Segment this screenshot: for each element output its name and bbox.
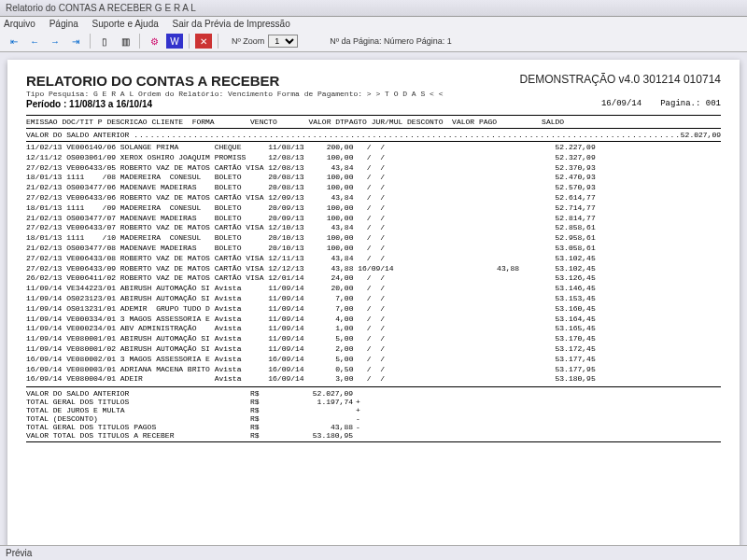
zoom-select[interactable]: 1 bbox=[268, 35, 298, 48]
separator bbox=[218, 34, 218, 49]
total-row: TOTAL GERAL DOS TITULOS PAGOSR$43,88- bbox=[26, 423, 721, 431]
menu-suporte[interactable]: Suporte e Ajuda bbox=[92, 19, 159, 29]
multi-page-icon[interactable]: ▥ bbox=[117, 34, 134, 49]
totals-block: VALOR DO SALDO ANTERIORR$52.027,09TOTAL … bbox=[26, 389, 721, 440]
menu-pagina[interactable]: Página bbox=[49, 19, 78, 29]
table-row: 16/09/14 VE080004/01 ADEIR Avista 16/09/… bbox=[26, 374, 721, 385]
table-row: 27/02/13 VE006433/07 ROBERTO VAZ DE MATO… bbox=[26, 223, 721, 233]
table-row: 11/09/14 VE000234/01 ABV ADMINISTRAÇÃO A… bbox=[26, 324, 721, 334]
divider bbox=[26, 441, 721, 442]
table-row: 21/02/13 OS003477/07 MADENAVE MADEIRAS B… bbox=[26, 214, 721, 224]
saldo-anterior-value: 52.027,09 bbox=[681, 131, 721, 139]
menu-sair[interactable]: Sair da Prévia de Impressão bbox=[173, 19, 290, 29]
print-setup-icon[interactable]: ⚙ bbox=[146, 34, 162, 49]
table-row: 11/09/14 OS023123/01 ABIRUSH AUTOMAÇÃO S… bbox=[26, 294, 721, 304]
table-row: 27/02/13 VE006433/08 ROBERTO VAZ DE MATO… bbox=[26, 254, 721, 264]
divider bbox=[26, 386, 721, 387]
table-row: 21/02/13 OS003477/08 MADENAVE MADEIRAS B… bbox=[26, 244, 721, 254]
saldo-anterior-label: VALOR DO SALDO ANTERIOR bbox=[26, 131, 129, 139]
menubar: Arquivo Página Suporte e Ajuda Sair da P… bbox=[0, 17, 747, 31]
last-page-icon[interactable]: ⇥ bbox=[67, 34, 84, 49]
data-rows: 11/02/13 VE006149/06 SOLANGE PRIMA CHEQU… bbox=[26, 143, 721, 385]
report-pagina: Pagina.: 001 bbox=[660, 99, 721, 108]
table-row: 11/02/13 VE006149/06 SOLANGE PRIMA CHEQU… bbox=[26, 143, 721, 153]
table-row: 11/09/14 VE000334/01 3 MAGOS ASSESSORIA … bbox=[26, 315, 721, 325]
separator bbox=[90, 34, 91, 49]
table-row: 18/01/13 1111 /08 MADEREIRA CONESUL BOLE… bbox=[26, 173, 721, 183]
total-row: TOTAL DE JUROS E MULTAR$+ bbox=[26, 406, 721, 414]
report-page: DEMONSTRAÇÃO v4.0 301214 010714 RELATORI… bbox=[7, 60, 740, 554]
total-row: VALOR DO SALDO ANTERIORR$52.027,09 bbox=[26, 389, 721, 398]
single-page-icon[interactable]: ▯ bbox=[96, 34, 113, 49]
report-subtitle: Tipo Pesquisa: G E R A L Ordem do Relató… bbox=[26, 90, 721, 98]
dots-fill: ........................................… bbox=[134, 131, 681, 139]
table-row: 27/02/13 VE006433/09 ROBERTO VAZ DE MATO… bbox=[26, 264, 721, 274]
total-row: TOTAL (DESCONTO)R$- bbox=[26, 414, 721, 423]
close-preview-icon[interactable]: ✕ bbox=[195, 34, 212, 49]
print-icon[interactable]: W bbox=[166, 34, 183, 49]
page-number-label: Nº da Página: Número Página: 1 bbox=[330, 36, 451, 46]
table-row: 27/02/13 VE006433/06 ROBERTO VAZ DE MATO… bbox=[26, 193, 721, 203]
table-row: 21/02/13 OS003477/06 MADENAVE MADEIRAS B… bbox=[26, 183, 721, 193]
zoom-label: Nº Zoom bbox=[232, 36, 264, 46]
table-row: 16/09/14 VE080003/01 ADRIANA MACENA BRIT… bbox=[26, 365, 721, 375]
table-row: 18/01/13 1111 /09 MADEREIRA CONESUL BOLE… bbox=[26, 203, 721, 214]
table-row: 12/11/12 OS003061/09 XEROX OSHIRO JOAQUI… bbox=[26, 153, 721, 163]
table-row: 11/09/14 OS013231/01 ADEMIR GRUPO TUDO D… bbox=[26, 304, 721, 315]
separator bbox=[189, 34, 190, 49]
table-row: 16/09/14 VE080002/01 3 MAGOS ASSESSORIA … bbox=[26, 355, 721, 365]
separator bbox=[139, 34, 140, 49]
table-row: 26/02/13 VE006411/02 ROBERTO VAZ DE MATO… bbox=[26, 273, 721, 284]
total-row: TOTAL GERAL DOS TITULOSR$1.197,74+ bbox=[26, 398, 721, 406]
status-text: Prévia bbox=[6, 548, 32, 558]
window-title: Relatorio do CONTAS A RECEBER G E R A L bbox=[6, 3, 196, 13]
prev-page-icon[interactable]: ← bbox=[26, 34, 43, 49]
toolbar: ⇤ ← → ⇥ ▯ ▥ ⚙ W ✕ Nº Zoom 1 Nº da Página… bbox=[0, 31, 747, 52]
total-row: VALOR TOTAL DOS TITULOS A RECEBERR$53.18… bbox=[26, 431, 721, 440]
first-page-icon[interactable]: ⇤ bbox=[6, 34, 22, 49]
column-header: EMISSAO DOC/TIT P DESCRICAO CLIENTE FORM… bbox=[26, 115, 721, 129]
table-row: 11/09/14 VE344223/01 ABIRUSH AUTOMAÇÃO S… bbox=[26, 284, 721, 294]
table-row: 27/02/13 VE006433/05 ROBERTO VAZ DE MATO… bbox=[26, 163, 721, 174]
demo-banner: DEMONSTRAÇÃO v4.0 301214 010714 bbox=[520, 73, 721, 86]
next-page-icon[interactable]: → bbox=[47, 34, 63, 49]
window-titlebar: Relatorio do CONTAS A RECEBER G E R A L bbox=[0, 0, 747, 17]
menu-arquivo[interactable]: Arquivo bbox=[4, 19, 35, 29]
statusbar: Prévia bbox=[0, 545, 747, 560]
report-date: 16/09/14 bbox=[601, 99, 641, 108]
saldo-anterior-row: VALOR DO SALDO ANTERIOR ................… bbox=[26, 131, 721, 142]
table-row: 11/09/14 VE080001/02 ABIRUSH AUTOMAÇÃO S… bbox=[26, 344, 721, 355]
table-row: 18/01/13 1111 /10 MADEREIRA CONESUL BOLE… bbox=[26, 233, 721, 244]
table-row: 11/09/14 VE080001/01 ABIRUSH AUTOMAÇÃO S… bbox=[26, 334, 721, 344]
